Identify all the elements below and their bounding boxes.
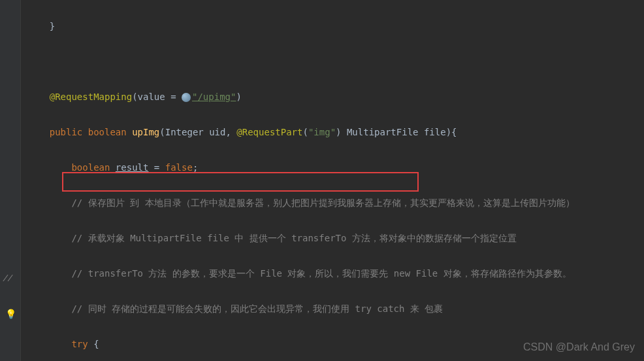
comment: // 承载对象 MultipartFile file 中 提供一个 transf… [27,233,517,243]
param-uid: uid [209,127,225,137]
brace: ){ [446,127,457,137]
var-result: result [116,162,149,173]
comment-marker: // [3,269,12,287]
param-type: ) MultipartFile [336,127,424,137]
brace: { [93,339,99,349]
method-name: upImg [132,127,159,137]
semi: ; [193,162,198,173]
paren-close: ) [236,92,241,102]
comment: // transferTo 方法 的参数，要求是一个 File 对象，所以，我们… [27,268,572,279]
watermark: CSDN @Dark And Grey [523,338,635,356]
comma: , [225,127,236,137]
annotation: @RequestPart [236,127,302,137]
param-file: file [424,127,446,137]
code-editor[interactable]: } @RequestMapping(value = "/upimg") publ… [27,0,575,361]
assign: = [148,162,165,173]
string: "img" [308,127,336,137]
keyword-false: false [165,162,193,173]
annotation: @RequestMapping [50,92,132,102]
lightbulb-icon[interactable]: 💡 [5,305,16,323]
globe-icon [182,93,191,102]
brace: } [27,21,55,31]
string-url[interactable]: "/upimg" [192,92,236,102]
paren: (Integer [159,127,209,137]
paren: ( [302,127,308,137]
comment: // 保存图片 到 本地目录（工作中就是服务器，别人把图片提到我服务器上存储，其… [27,198,575,208]
keyword: boolean [27,162,116,173]
paren: (value = [132,92,182,102]
keyword-try: try [27,339,93,349]
modifier: public boolean [50,127,132,137]
comment: // 同时 存储的过程是可能会失败的，因此它会出现异常，我们使用 try cat… [27,303,443,314]
editor-gutter: 💡 // [0,0,21,361]
